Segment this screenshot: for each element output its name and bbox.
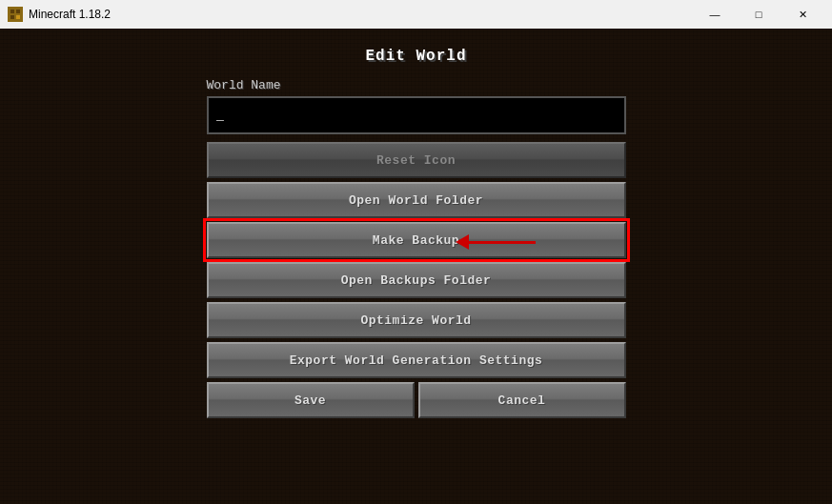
svg-rect-3 bbox=[10, 15, 14, 19]
arrow-annotation bbox=[456, 234, 536, 250]
world-name-label: World Name bbox=[207, 78, 281, 92]
arrow-head bbox=[456, 234, 469, 250]
svg-rect-2 bbox=[16, 10, 20, 13]
main-content: Edit World World Name Reset Icon Open Wo… bbox=[0, 29, 832, 504]
minimize-button[interactable]: — bbox=[693, 0, 737, 29]
open-world-folder-button[interactable]: Open World Folder bbox=[207, 182, 626, 218]
reset-icon-button[interactable]: Reset Icon bbox=[207, 142, 626, 178]
save-button[interactable]: Save bbox=[207, 382, 415, 418]
edit-world-dialog: Edit World World Name Reset Icon Open Wo… bbox=[207, 48, 626, 422]
export-world-generation-settings-button[interactable]: Export World Generation Settings bbox=[207, 342, 626, 378]
make-backup-container: Make Backup bbox=[207, 222, 626, 262]
svg-rect-1 bbox=[10, 10, 14, 13]
close-button[interactable]: ✕ bbox=[781, 0, 824, 29]
window-title: Minecraft 1.18.2 bbox=[29, 8, 693, 21]
svg-rect-4 bbox=[16, 15, 20, 19]
cancel-button[interactable]: Cancel bbox=[418, 382, 626, 418]
window-controls: — □ ✕ bbox=[693, 0, 824, 29]
app-icon bbox=[8, 7, 23, 22]
bottom-button-row: Save Cancel bbox=[207, 382, 626, 422]
optimize-world-button[interactable]: Optimize World bbox=[207, 302, 626, 338]
make-backup-button[interactable]: Make Backup bbox=[207, 222, 626, 258]
dialog-title: Edit World bbox=[365, 48, 466, 65]
arrow-line bbox=[469, 241, 536, 244]
maximize-button[interactable]: □ bbox=[737, 0, 781, 29]
titlebar: Minecraft 1.18.2 — □ ✕ bbox=[0, 0, 832, 29]
world-name-input[interactable] bbox=[207, 96, 626, 134]
open-backups-folder-button[interactable]: Open Backups Folder bbox=[207, 262, 626, 298]
